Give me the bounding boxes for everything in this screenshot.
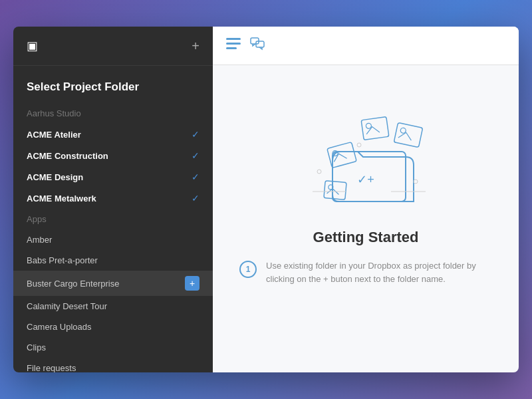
sidebar: ▣ + Select Project Folder Aarhus StudioA…	[13, 27, 213, 372]
sidebar-item-label: ACME Metalwerk	[27, 194, 186, 203]
sidebar-item-label: ACME Atelier	[27, 130, 186, 140]
instruction-item-1: 1 Use existing folder in your Dropbox as…	[239, 259, 492, 285]
check-icon: ✓	[192, 172, 200, 182]
sidebar-item-clips[interactable]: Clips	[13, 337, 213, 358]
sidebar-header: ▣ +	[13, 27, 213, 66]
svg-rect-2	[226, 47, 237, 49]
main-panel: ✓+	[213, 27, 519, 372]
sidebar-list: Aarhus StudioACME Atelier✓ACME Construct…	[13, 103, 213, 372]
sidebar-item-label: Camera Uploads	[27, 322, 200, 332]
check-icon: ✓	[192, 150, 200, 161]
sidebar-item-babs-pret-a-porter[interactable]: Babs Pret-a-porter	[13, 250, 213, 271]
add-project-button[interactable]: +	[192, 39, 200, 53]
sidebar-item-label: ACME Construction	[27, 151, 186, 161]
main-content: ✓+	[213, 65, 519, 372]
sidebar-item-buster-cargo-enterprise[interactable]: Buster Cargo Enterprise+	[13, 271, 213, 296]
svg-rect-9	[327, 142, 356, 168]
logo-icon: ▣	[27, 39, 38, 53]
sidebar-item-label: ACME Design	[27, 172, 186, 182]
svg-point-17	[357, 143, 361, 147]
sidebar-item-acme-metalwerk[interactable]: ACME Metalwerk✓	[13, 188, 213, 209]
step-1-number: 1	[239, 261, 257, 278]
svg-rect-13	[324, 181, 346, 200]
getting-started-title: Getting Started	[313, 229, 419, 246]
sidebar-item-calamity-desert-tour[interactable]: Calamity Desert Tour	[13, 296, 213, 317]
step-1-text: Use existing folder in your Dropbox as p…	[266, 259, 492, 285]
sidebar-item-label: Apps	[27, 214, 200, 224]
sidebar-item-file-requests[interactable]: File requests	[13, 358, 213, 372]
add-to-project-button[interactable]: +	[185, 276, 200, 291]
check-icon: ✓	[192, 193, 200, 203]
sidebar-item-acme-design[interactable]: ACME Design✓	[13, 166, 213, 188]
sidebar-item-apps[interactable]: Apps	[13, 209, 213, 229]
sidebar-item-label: Calamity Desert Tour	[27, 301, 200, 311]
app-container: ▣ + Select Project Folder Aarhus StudioA…	[13, 27, 519, 372]
chat-icon[interactable]	[250, 37, 265, 54]
sidebar-item-acme-atelier[interactable]: ACME Atelier✓	[13, 124, 213, 145]
svg-point-19	[317, 170, 321, 174]
sidebar-item-label: Babs Pret-a-porter	[27, 255, 200, 265]
sidebar-item-label: Amber	[27, 235, 200, 245]
sidebar-item-label: File requests	[27, 363, 200, 372]
list-icon[interactable]	[226, 38, 241, 53]
sidebar-item-label: Clips	[27, 342, 200, 352]
svg-rect-7	[361, 117, 389, 140]
svg-rect-11	[394, 122, 422, 147]
getting-started-illustration: ✓+	[293, 85, 439, 218]
sidebar-item-acme-construction[interactable]: ACME Construction✓	[13, 145, 213, 166]
svg-text:✓+: ✓+	[357, 173, 374, 186]
sidebar-title: Select Project Folder	[13, 66, 213, 103]
check-icon: ✓	[192, 129, 200, 140]
svg-rect-0	[226, 38, 241, 40]
toolbar	[213, 27, 519, 65]
sidebar-item-amber[interactable]: Amber	[13, 229, 213, 250]
sidebar-item-label: Buster Cargo Enterprise	[27, 279, 185, 289]
svg-rect-1	[226, 43, 241, 45]
sidebar-item-camera-uploads[interactable]: Camera Uploads	[13, 317, 213, 337]
sidebar-item-aarhus-studio[interactable]: Aarhus Studio	[13, 103, 213, 124]
sidebar-item-label: Aarhus Studio	[27, 108, 200, 118]
